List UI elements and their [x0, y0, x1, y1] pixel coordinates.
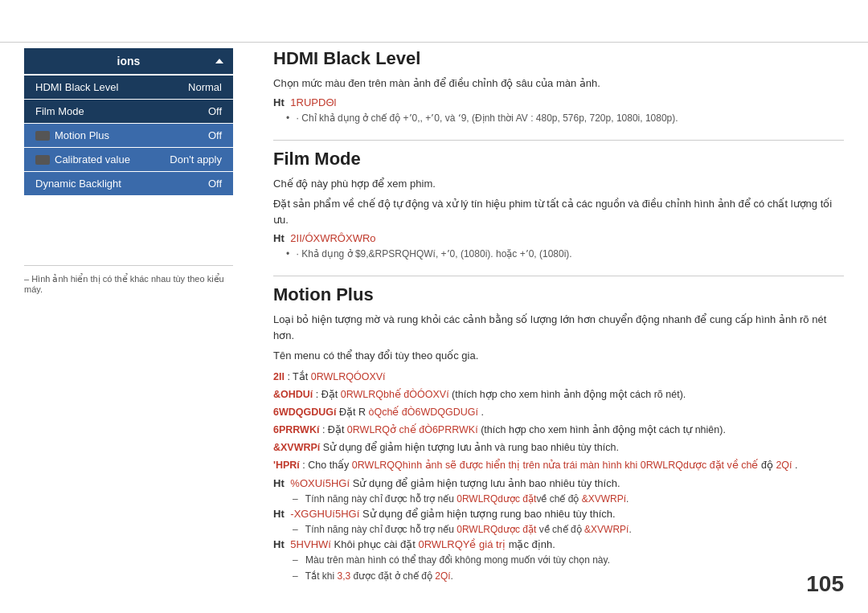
motion-smooth-encoded: 0RWLRQở chế đÒ6PRRWKí: [347, 424, 478, 435]
motion-smooth-label: 6PRRWKí: [273, 424, 319, 435]
film-ht-line: Ht 2II/ÓXWRÔXWRo: [273, 232, 844, 244]
sidebar-note: – Hình ảnh hiển thị có thể khác nhau tùy…: [24, 265, 233, 294]
menu-item-calibrated[interactable]: Calibrated value Don't apply: [24, 148, 233, 171]
toggle-icon-motion: [35, 131, 50, 141]
hdmi-ht-value: 1RUPDΘl: [290, 96, 336, 108]
ht-judder-dash-encoded: 0RWLRQdược đặt: [457, 524, 536, 535]
section-hdmi: HDMI Black Level Chọn mức màu đen trên m…: [273, 48, 844, 125]
motion-smooth-desc: : Đặt: [322, 424, 344, 435]
section-film-desc1: Chế độ này phù hợp để xem phim.: [273, 176, 844, 192]
menu-item-film-label: Film Mode: [35, 105, 84, 117]
motion-clear-encoded: 0RWLRQbhế đÒÓOXVí: [341, 389, 449, 400]
section-motion-subintro: Tên menu có thể thay đổi tùy theo quốc g…: [273, 348, 844, 364]
menu-item-calibrated-row: Calibrated value: [35, 153, 130, 166]
ht-judder-label: Ht: [273, 508, 285, 520]
motion-item-clear: &OHDUí : Đặt 0RWLRQbhế đÒÓOXVí (thích hợ…: [273, 386, 844, 403]
ht-reset-encoded: 5HVHWí: [290, 538, 331, 550]
ht-reset-desc2: mặc định.: [509, 538, 555, 550]
menu-item-dynamic-value: Off: [208, 178, 222, 190]
menu-item-hdmi-label: HDMI Black Level: [35, 81, 118, 93]
motion-demo-label: 'HPRí: [273, 460, 300, 471]
ht-blur-label: Ht: [273, 477, 285, 489]
ht-blur-desc: Sử dụng để giảm hiện tượng lưu ảnh bao n…: [353, 477, 620, 489]
motion-clear-desc2: (thích hợp cho xem hình ảnh động một các…: [452, 389, 686, 400]
section-motion-title: Motion Plus: [273, 284, 844, 305]
menu-item-motion-value: Off: [208, 129, 222, 141]
toggle-icon-calibrated: [35, 155, 50, 165]
section-hdmi-desc: Chọn mức màu đen trên màn ảnh để điều ch…: [273, 76, 844, 92]
menu-item-motion-label: Motion Plus: [55, 129, 109, 141]
motion-item-demo: 'HPRí : Cho thấy 0RWLRQQhình ảnh sẽ được…: [273, 457, 844, 473]
ht-reset-33: 3,3: [337, 570, 350, 582]
ht-judder-encoded: -XGGHUí5HGí: [290, 508, 359, 520]
motion-item-off: 2II : Tắt 0RWLRQÓOXVí: [273, 369, 844, 385]
ht-blur-dash: Tính năng này chỉ được hỗ trợ nếu 0RWLRQ…: [273, 492, 844, 506]
film-bullet: · Khả dụng ở $9,&RPSRQHQWí, +ʼ0, (1080i)…: [273, 247, 844, 261]
menu-item-dynamic-label: Dynamic Backlight: [35, 178, 121, 190]
divider-1: [273, 140, 844, 141]
menu-item-motion-row: Motion Plus: [35, 129, 109, 141]
ht-blur-encoded: %OXUí5HGí: [290, 477, 350, 489]
motion-clear-desc: : Đặt: [316, 389, 341, 400]
motion-item-custom: &XVWRPí Sử dụng để giảm hiện tượng lưu ả…: [273, 439, 844, 456]
divider-2: [273, 276, 844, 276]
ht-reset-desc: Khôi phục cài đặt: [334, 538, 419, 550]
chevron-up-icon: [215, 59, 223, 63]
sidebar-title-bar[interactable]: ions: [24, 48, 233, 74]
ht-blur-line: Ht %OXUí5HGí Sử dụng để giảm hiện tượng …: [273, 477, 844, 489]
motion-standard-label: 6WDQGDUGí: [273, 407, 336, 418]
motion-off-encoded: 0RWLRQÓOXVí: [311, 371, 386, 382]
hdmi-bullet-text: · Chỉ khả dụng ở chế độ +ʼ0,, +ʼ0, và ʻ9…: [297, 112, 678, 124]
menu-item-hdmi[interactable]: HDMI Black Level Normal: [24, 76, 233, 99]
ht-reset-dash2: Tắt khi 3,3 được đặt ở chế độ 2Qí.: [273, 569, 844, 583]
motion-item-smooth: 6PRRWKí : Đặt 0RWLRQở chế đÒ6PRRWKí (thí…: [273, 422, 844, 438]
film-bullet-text: · Khả dụng ở $9,&RPSRQHQWí, +ʼ0, (1080i)…: [297, 248, 572, 260]
top-divider: [0, 42, 868, 43]
motion-smooth-desc2: (thích hợp cho xem hình ảnh động một các…: [481, 424, 726, 435]
sidebar-note-text: – Hình ảnh hiển thị có thể khác nhau tùy…: [24, 274, 224, 294]
motion-demo-on: 2Qí: [776, 460, 792, 471]
ht-blur-dash-encoded: 0RWLRQdược đặt: [457, 493, 536, 505]
section-film-title: Film Mode: [273, 149, 844, 170]
motion-custom-label: &XVWRPí: [273, 442, 320, 453]
hdmi-ht-label: Ht: [273, 96, 285, 108]
motion-demo-encoded: 0RWLRQQhình ảnh sẽ được hiển thị trên nử…: [352, 460, 761, 471]
section-motion: Motion Plus Loại bỏ hiện tượng mờ và run…: [273, 284, 844, 583]
ht-judder-desc: Sử dụng để giảm hiện tượng rung bao nhiê…: [362, 508, 616, 520]
motion-standard-desc: Đặt R: [339, 407, 366, 418]
main-content: HDMI Black Level Chọn mức màu đen trên m…: [273, 48, 844, 589]
motion-demo-chedo: độ: [761, 460, 776, 471]
menu-item-calibrated-label: Calibrated value: [55, 153, 130, 166]
menu-item-motion[interactable]: Motion Plus Off: [24, 124, 233, 147]
menu-item-dynamic[interactable]: Dynamic Backlight Off: [24, 172, 233, 195]
ht-judder-dash: Tính năng này chỉ được hỗ trợ nếu 0RWLRQ…: [273, 522, 844, 537]
hdmi-ht-line: Ht 1RUPDΘl: [273, 96, 844, 108]
motion-off-label: 2II: [273, 371, 285, 382]
ht-reset-motion: 0RWLRQYề giá trị: [418, 538, 506, 550]
motion-item-standard: 6WDQGDUGí Đặt R òQchế đÒ6WDQGDUGí .: [273, 404, 844, 420]
ht-judder-custom: &XVWRPí: [584, 524, 628, 535]
ht-reset-2q: 2Qí: [435, 570, 450, 582]
menu-item-film-value: Off: [208, 105, 222, 117]
motion-custom-desc: Sử dụng để giảm hiện tượng lưu ảnh và ru…: [323, 442, 619, 453]
section-film-desc2: Đặt sản phẩm về chế độ tự động và xử lý …: [273, 196, 844, 227]
ht-reset-label: Ht: [273, 538, 285, 550]
ht-blur-custom: &XVWRPí: [582, 493, 626, 505]
page-number: 105: [806, 571, 844, 597]
menu-item-calibrated-value: Don't apply: [170, 153, 222, 166]
ht-reset-dash1: Màu trên màn hình có thể thay đổi không …: [273, 553, 844, 567]
hdmi-bullet: · Chỉ khả dụng ở chế độ +ʼ0,, +ʼ0, và ʻ9…: [273, 111, 844, 125]
menu-item-film[interactable]: Film Mode Off: [24, 100, 233, 123]
ht-reset-line: Ht 5HVHWí Khôi phục cài đặt 0RWLRQYề giá…: [273, 538, 844, 550]
motion-standard-encoded: òQchế đÒ6WDQGDUGí: [368, 407, 478, 418]
section-film: Film Mode Chế độ này phù hợp để xem phim…: [273, 149, 844, 262]
section-hdmi-title: HDMI Black Level: [273, 48, 844, 69]
menu-item-hdmi-value: Normal: [188, 81, 222, 93]
film-ht-value: 2II/ÓXWRÔXWRo: [290, 232, 375, 244]
motion-off-colon: : Tắt: [287, 371, 308, 382]
motion-standard-dot: .: [481, 407, 483, 418]
sidebar-panel: ions HDMI Black Level Normal Film Mode O…: [24, 48, 233, 196]
motion-demo-desc: : Cho thấy: [302, 460, 352, 471]
film-ht-label: Ht: [273, 232, 285, 244]
ht-judder-line: Ht -XGGHUí5HGí Sử dụng để giảm hiện tượn…: [273, 508, 844, 520]
